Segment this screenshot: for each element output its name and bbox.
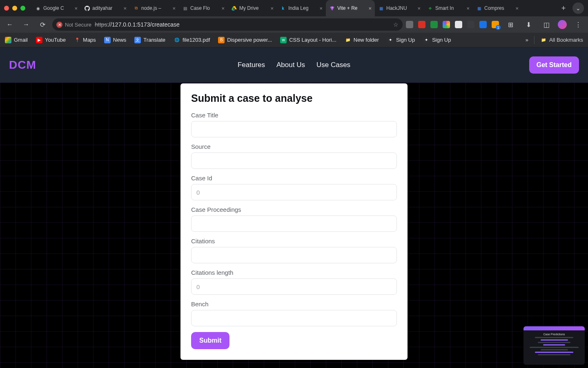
tab-drive[interactable]: My Drive × xyxy=(228,0,277,16)
input-case-id[interactable] xyxy=(191,184,397,200)
ext-icon[interactable] xyxy=(492,21,499,28)
tab-nodejs[interactable]: ⧉ node.js – × xyxy=(130,0,179,16)
profile-avatar[interactable] xyxy=(558,20,567,29)
bookmark-folder[interactable]: 📁 New folder xyxy=(345,37,379,43)
maps-icon: 📍 xyxy=(74,37,80,43)
close-icon[interactable]: × xyxy=(466,5,470,11)
doc-icon: ▤ xyxy=(182,5,188,11)
pip-preview[interactable]: Case Predictions xyxy=(523,326,585,365)
close-icon[interactable]: × xyxy=(319,5,323,11)
bookmark-label: file1203.pdf xyxy=(183,37,210,43)
input-citations[interactable] xyxy=(191,247,397,263)
extensions-button[interactable]: ⊞ xyxy=(504,18,517,31)
extension-icons: ⊞ ⬇ ◫ ⋮ xyxy=(406,18,585,31)
input-source[interactable] xyxy=(191,153,397,169)
label-case-title: Case Title xyxy=(191,112,397,119)
input-case-title[interactable] xyxy=(191,121,397,137)
maximize-window-icon[interactable] xyxy=(20,6,25,11)
close-icon[interactable]: × xyxy=(221,5,225,11)
side-panel-button[interactable]: ◫ xyxy=(540,18,553,31)
nav-link-usecases[interactable]: Use Cases xyxy=(316,61,350,69)
menu-button[interactable]: ⋮ xyxy=(572,18,585,31)
form-heading: Submit a case to analyse xyxy=(191,92,397,104)
nav-link-about[interactable]: About Us xyxy=(276,61,305,69)
close-icon[interactable]: × xyxy=(417,5,421,11)
tab-list: ◉ Google C × adityahar × ⧉ node.js – × ▤… xyxy=(32,0,558,16)
bookmarks-bar: Gmail ▶ YouTube 📍 Maps N News 文 Translat… xyxy=(0,33,588,47)
tab-kaggle[interactable]: k India Leg × xyxy=(277,0,326,16)
bookmark-gmail[interactable]: Gmail xyxy=(5,37,28,43)
tab-compress[interactable]: ▦ Compres × xyxy=(473,0,522,16)
submit-button[interactable]: Submit xyxy=(191,332,229,349)
bookmark-label: Gmail xyxy=(14,37,28,43)
close-icon[interactable]: × xyxy=(123,5,127,11)
ext-icon[interactable] xyxy=(443,21,450,28)
bookmark-signup2[interactable]: ✦ Sign Up xyxy=(423,37,451,43)
close-icon[interactable]: × xyxy=(172,5,176,11)
new-tab-button[interactable]: + xyxy=(558,4,569,13)
bookmark-maps[interactable]: 📍 Maps xyxy=(74,37,96,43)
pip-header xyxy=(523,326,585,330)
get-started-button[interactable]: Get Started xyxy=(529,56,579,74)
pip-line xyxy=(535,337,573,338)
security-indicator[interactable]: ✕ Not Secure xyxy=(56,22,91,28)
back-button[interactable]: ← xyxy=(3,18,16,31)
tab-overflow-button[interactable]: ⌄ xyxy=(572,2,584,14)
pip-line xyxy=(535,352,573,353)
bookmark-signup1[interactable]: ✦ Sign Up xyxy=(387,37,415,43)
bookmark-label: Sign Up xyxy=(432,37,451,43)
tab-hackjnu[interactable]: ▦ HackJNU × xyxy=(375,0,424,16)
tab-github[interactable]: adityahar × xyxy=(81,0,130,16)
address-bar[interactable]: ✕ Not Secure https://127.0.0.1:5173/crea… xyxy=(52,18,403,31)
site-logo[interactable]: DCM xyxy=(9,58,36,72)
label-bench: Bench xyxy=(191,301,397,307)
ext-icon[interactable] xyxy=(479,21,487,28)
forward-button[interactable]: → xyxy=(20,18,33,31)
ext-icon[interactable] xyxy=(455,21,462,28)
window-controls[interactable] xyxy=(4,6,25,11)
input-bench[interactable] xyxy=(191,310,397,326)
tab-caseflow[interactable]: ▤ Case Flo × xyxy=(179,0,228,16)
input-citations-length[interactable] xyxy=(191,278,397,295)
bookmark-css[interactable]: w CSS Layout - Hori... xyxy=(280,37,336,43)
ext-icon[interactable] xyxy=(406,21,413,28)
translate-icon: 文 xyxy=(134,37,141,43)
bookmark-translate[interactable]: 文 Translate xyxy=(134,37,165,43)
input-case-proceedings[interactable] xyxy=(191,215,397,232)
ext-icon[interactable] xyxy=(418,21,425,28)
tab-google[interactable]: ◉ Google C × xyxy=(32,0,81,16)
bookmark-youtube[interactable]: ▶ YouTube xyxy=(36,37,66,43)
tab-title: Case Flo xyxy=(190,5,219,11)
close-icon[interactable]: × xyxy=(368,5,372,11)
bookmark-star-icon[interactable]: ☆ xyxy=(393,21,399,28)
tab-title: Google C xyxy=(43,5,72,11)
all-bookmarks-button[interactable]: 📁 All Bookmarks xyxy=(540,37,583,43)
downloads-button[interactable]: ⬇ xyxy=(522,18,535,31)
bookmark-pdf[interactable]: 🌐 file1203.pdf xyxy=(174,37,210,43)
pip-line xyxy=(538,354,570,355)
site-navbar: DCM Features About Us Use Cases Get Star… xyxy=(0,47,588,83)
bookmark-news[interactable]: N News xyxy=(104,37,127,43)
reload-button[interactable]: ⟳ xyxy=(36,18,49,31)
ext-icon[interactable] xyxy=(467,21,474,28)
label-case-id: Case Id xyxy=(191,175,397,182)
close-icon[interactable]: × xyxy=(74,5,78,11)
close-icon[interactable]: × xyxy=(270,5,274,11)
signup-icon: ✦ xyxy=(387,37,394,43)
nav-link-features[interactable]: Features xyxy=(238,61,265,69)
docs-icon: ▦ xyxy=(476,5,482,11)
bookmark-label: CSS Layout - Hori... xyxy=(289,37,336,43)
tab-vite-active[interactable]: Vite + Re × xyxy=(326,0,375,16)
drive-icon xyxy=(231,5,237,11)
bookmark-blogger[interactable]: B Dispersive power... xyxy=(218,37,272,43)
ext-icon[interactable] xyxy=(430,21,438,28)
bookmark-overflow-icon[interactable]: » xyxy=(526,37,528,43)
tab-smartindia[interactable]: ❖ Smart In × xyxy=(424,0,473,16)
youtube-icon: ▶ xyxy=(36,37,42,43)
folder-icon: 📁 xyxy=(540,37,547,43)
minimize-window-icon[interactable] xyxy=(12,6,17,11)
tab-title: node.js – xyxy=(141,5,170,11)
close-icon[interactable]: × xyxy=(515,5,519,11)
signup-icon: ✦ xyxy=(423,37,430,43)
close-window-icon[interactable] xyxy=(4,6,9,11)
